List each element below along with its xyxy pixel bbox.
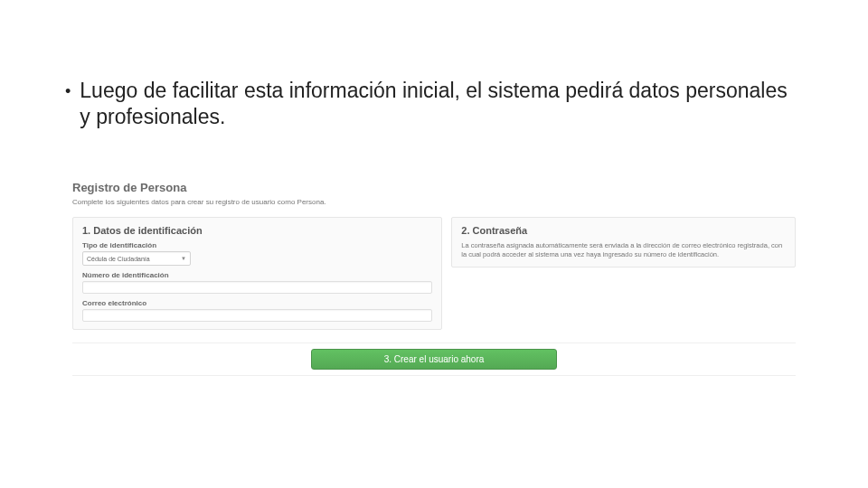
bullet-item: • Luego de facilitar esta información in… [65,78,796,130]
section2-title: 2. Contraseña [461,225,786,236]
slide-body: • Luego de facilitar esta información in… [65,78,796,130]
id-number-input[interactable] [82,281,432,294]
id-number-label: Número de identificación [82,271,432,279]
bullet-dot: • [65,81,71,102]
section1-title: 1. Datos de identificación [82,225,432,236]
bullet-text: Luego de facilitar esta información inic… [80,78,796,130]
password-info-text: La contraseña asignada automáticamente s… [461,241,786,259]
id-type-label: Tipo de identificación [82,241,432,249]
email-label: Correo electrónico [82,299,432,307]
form-page-title: Registro de Persona [72,181,796,194]
id-type-select[interactable]: Cédula de Ciudadanía ▼ [82,251,191,266]
create-user-button[interactable]: 3. Crear el usuario ahora [311,349,558,370]
email-input[interactable] [82,309,432,322]
form-page-subtitle: Complete los siguientes datos para crear… [72,198,796,206]
chevron-down-icon: ▼ [181,256,186,261]
password-card: 2. Contraseña La contraseña asignada aut… [451,217,796,267]
identification-card: 1. Datos de identificación Tipo de ident… [72,217,442,330]
button-row: 3. Crear el usuario ahora [72,343,796,376]
form-screenshot: Registro de Persona Complete los siguien… [72,181,796,376]
form-columns: 1. Datos de identificación Tipo de ident… [72,217,796,330]
id-type-value: Cédula de Ciudadanía [87,256,150,262]
